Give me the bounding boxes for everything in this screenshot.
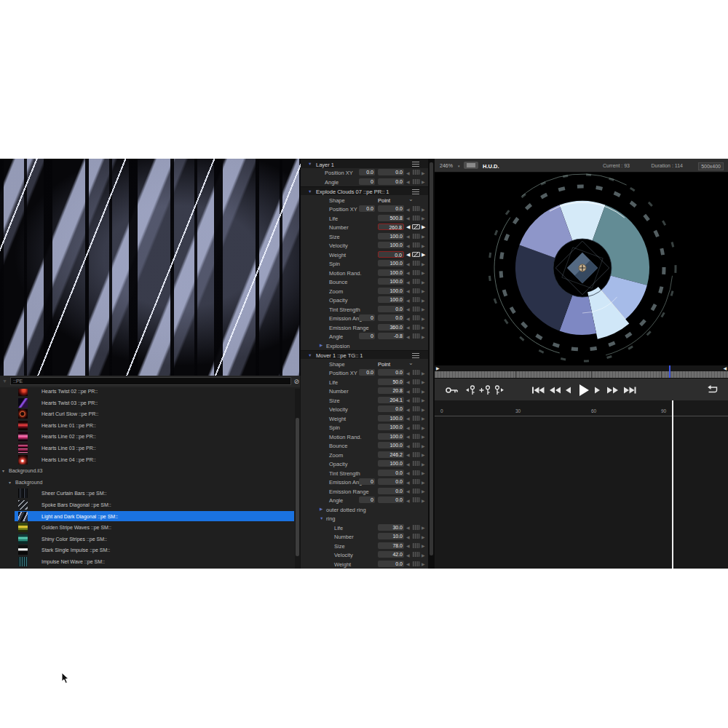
media-thumbnail[interactable] [18, 409, 28, 419]
chevron-down-icon[interactable]: ⌄ [408, 196, 414, 202]
param-row-outer-dotted-ring[interactable]: ▶outer dotted ring [301, 505, 428, 514]
slider-handle-icon[interactable] [412, 325, 420, 330]
slider-handle-icon[interactable] [412, 261, 420, 266]
timeline-area[interactable]: 0306090 [435, 400, 728, 569]
play-icon[interactable] [577, 383, 592, 395]
media-thumbnail[interactable] [18, 488, 28, 498]
fast-forward-icon[interactable] [606, 384, 621, 396]
media-thumbnail[interactable] [18, 421, 28, 430]
slider-handle-icon[interactable] [412, 206, 420, 211]
param-row-opacity[interactable]: Opacity100.0◀▶ [301, 296, 428, 305]
slider-handle-icon[interactable] [412, 224, 420, 229]
value-field[interactable]: 204.1 [378, 397, 404, 403]
increment-arrow-icon[interactable]: ▶ [422, 389, 425, 394]
value-field[interactable]: 100.0 [378, 242, 404, 248]
media-thumbnail[interactable] [18, 534, 28, 544]
decrement-arrow-icon[interactable]: ◀ [406, 397, 410, 403]
scrub-range-markers[interactable]: ▶ ◀ [435, 365, 728, 371]
value-field[interactable]: 100.0 [378, 278, 404, 285]
value-field-secondary[interactable]: 0 [359, 314, 375, 321]
value-field[interactable]: 100.0 [378, 296, 404, 303]
value-field[interactable]: 500.8 [378, 215, 404, 221]
increment-arrow-icon[interactable]: ▶ [422, 407, 425, 412]
triangle-down-icon[interactable]: ▼ [2, 379, 7, 384]
decrement-arrow-icon[interactable]: ◀ [406, 298, 410, 303]
media-item-row[interactable] [0, 568, 294, 569]
decrement-arrow-icon[interactable]: ◀ [406, 416, 410, 421]
param-row-emission-angle[interactable]: Emission Angle00.0◀▶ [301, 478, 428, 487]
slider-handle-icon[interactable] [412, 406, 420, 411]
step-back-icon[interactable] [564, 384, 579, 396]
decrement-arrow-icon[interactable]: ◀ [406, 252, 410, 258]
value-field[interactable]: 100.0 [378, 460, 404, 467]
value-field[interactable]: 20.8 [378, 387, 404, 394]
decrement-arrow-icon[interactable]: ◀ [406, 534, 410, 539]
value-field[interactable]: 0.0 [378, 405, 404, 412]
increment-arrow-icon[interactable]: ▶ [422, 534, 425, 539]
increment-arrow-icon[interactable]: ▶ [422, 543, 425, 548]
param-row-motion-rand[interactable]: Motion Rand.100.0◀▶ [301, 268, 428, 277]
slider-handle-icon[interactable] [412, 234, 420, 239]
slider-handle-icon[interactable] [412, 252, 420, 257]
range-out-marker-icon[interactable]: ◀ [723, 365, 727, 371]
step-forward-icon[interactable] [593, 384, 608, 396]
value-field[interactable]: 360.0 [378, 324, 404, 331]
decrement-arrow-icon[interactable]: ◀ [406, 243, 410, 248]
param-row-size[interactable]: Size204.1◀▶ [301, 395, 428, 405]
param-row-life[interactable]: Life50.0◀▶ [301, 377, 428, 387]
value-field[interactable]: 0.0 [378, 470, 404, 476]
media-item-heart-curl-slow-pe-pr[interactable]: Heart Curl Slow ::pe PR:: [0, 408, 294, 420]
decrement-arrow-icon[interactable]: ◀ [406, 425, 410, 430]
parameter-scrollbar[interactable] [428, 159, 435, 569]
value-field[interactable]: 100.0 [378, 260, 404, 266]
value-field[interactable]: 100.0 [378, 269, 404, 276]
media-thumbnail[interactable] [18, 557, 28, 566]
value-field[interactable]: 246.2 [378, 451, 404, 458]
value-field[interactable]: 260.8 [378, 223, 404, 230]
increment-arrow-icon[interactable]: ▶ [422, 525, 425, 530]
param-row-explosion[interactable]: ▶Explosion [301, 341, 428, 350]
slider-handle-icon[interactable] [412, 424, 420, 430]
decrement-arrow-icon[interactable]: ◀ [406, 270, 410, 275]
value-field-secondary[interactable]: 0 [359, 496, 375, 503]
expander-triangle-icon[interactable]: ▼ [308, 162, 312, 166]
increment-arrow-icon[interactable]: ▶ [422, 480, 425, 485]
value-field[interactable]: 10.0 [378, 533, 404, 539]
value-field[interactable]: 0.0 [378, 561, 404, 567]
slider-handle-icon[interactable] [412, 452, 420, 457]
increment-arrow-icon[interactable]: ▶ [422, 179, 425, 184]
param-row-position-xy[interactable]: Position XY0.00.0◀▶ [301, 168, 428, 178]
slider-handle-icon[interactable] [412, 479, 420, 484]
loop-icon[interactable] [705, 384, 720, 396]
increment-arrow-icon[interactable]: ▶ [422, 288, 425, 293]
param-row-angle[interactable]: Angle0-0.8◀▶ [301, 332, 428, 341]
media-thumbnail[interactable] [18, 500, 28, 510]
decrement-arrow-icon[interactable]: ◀ [406, 280, 410, 285]
media-item-hearts-line-03-pe-pr[interactable]: Hearts Line 03 ::pe PR:: [0, 443, 294, 454]
clear-icon[interactable]: ⊘ [293, 378, 299, 385]
param-row-velocity[interactable]: Velocity100.0◀▶ [301, 241, 428, 250]
param-row-spin[interactable]: Spin100.0◀▶ [301, 423, 428, 432]
decrement-arrow-icon[interactable]: ◀ [406, 452, 410, 457]
media-item-spoke-bars-diagonal-pe-sm[interactable]: Spoke Bars Diagonal ::pe SM:: [0, 499, 294, 511]
increment-arrow-icon[interactable]: ▶ [422, 170, 425, 175]
slider-handle-icon[interactable] [412, 443, 420, 448]
media-thumbnail[interactable] [18, 545, 28, 555]
increment-arrow-icon[interactable]: ▶ [422, 379, 425, 384]
value-field-secondary[interactable]: 0.0 [359, 169, 375, 175]
media-item-sheer-curtain-bars-pe-sm[interactable]: Sheer Curtain Bars ::pe SM:: [0, 488, 294, 499]
increment-arrow-icon[interactable]: ▶ [422, 561, 425, 566]
param-row-velocity[interactable]: Velocity0.0◀▶ [301, 405, 428, 414]
increment-arrow-icon[interactable]: ▶ [422, 306, 425, 312]
media-thumbnail[interactable] [18, 512, 28, 521]
param-row-opacity[interactable]: Opacity100.0◀▶ [301, 459, 428, 469]
param-row-shape[interactable]: ShapePoint⌄ [301, 195, 428, 205]
keyframe-key-icon[interactable] [445, 384, 459, 396]
media-scrollbar[interactable] [295, 389, 300, 569]
param-row-tint-strength[interactable]: Tint Strength0.0◀▶ [301, 468, 428, 478]
decrement-arrow-icon[interactable]: ◀ [406, 443, 410, 448]
param-row-emission-angle[interactable]: Emission Angle00.0◀▶ [301, 314, 428, 323]
param-row-motion-rand[interactable]: Motion Rand.100.0◀▶ [301, 432, 428, 441]
param-row-emission-range[interactable]: Emission Range360.0◀▶ [301, 323, 428, 332]
value-field[interactable]: 50.0 [378, 379, 404, 385]
